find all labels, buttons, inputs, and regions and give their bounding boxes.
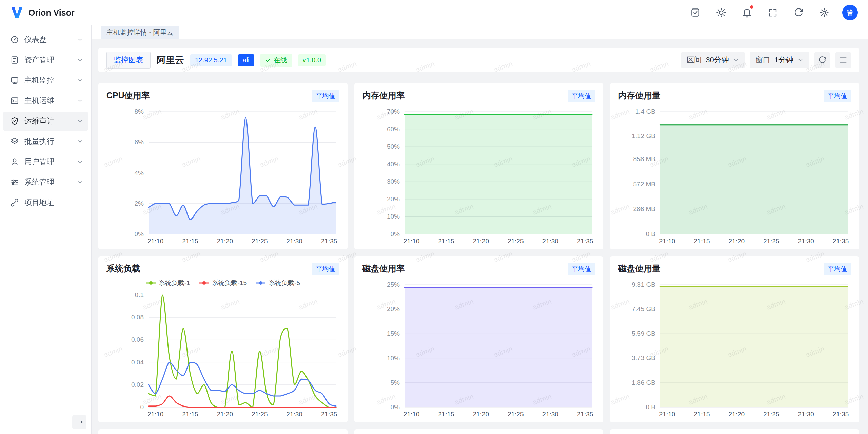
host-toolbar: 监控图表 阿里云 12.92.5.21 ali 在线 v1.0.0 区间 30分… <box>98 48 859 72</box>
sidebar-item-assets[interactable]: 资产管理 <box>3 51 88 70</box>
chart-legend: 系统负载-1系统负载-15系统负载-5 <box>106 278 339 288</box>
monitor-icon <box>10 76 19 85</box>
theme-toggle-button[interactable] <box>713 5 729 20</box>
svg-text:5.59 GB: 5.59 GB <box>632 330 656 337</box>
sidebar-item-label: 批量执行 <box>24 136 77 147</box>
average-tag[interactable]: 平均值 <box>312 90 339 102</box>
svg-text:25%: 25% <box>387 281 400 288</box>
logo-v-icon <box>10 6 24 19</box>
sidebar-item-system-management[interactable]: 系统管理 <box>3 173 88 192</box>
content: 监控图表 阿里云 12.92.5.21 ali 在线 v1.0.0 区间 30分… <box>92 39 868 434</box>
sidebar-item-label: 仪表盘 <box>24 35 77 45</box>
breadcrumb-chip[interactable]: 主机监控详情 - 阿里云 <box>101 26 179 39</box>
chart-title: CPU使用率 <box>106 90 150 101</box>
window-select[interactable]: 窗口 1分钟 <box>750 52 809 68</box>
average-tag[interactable]: 平均值 <box>824 263 851 275</box>
disk-usage-amount-chart[interactable]: 0 B1.86 GB3.73 GB5.59 GB7.45 GB9.31 GB21… <box>618 278 851 418</box>
sidebar-item-dashboard[interactable]: 仪表盘 <box>3 30 88 49</box>
chevron-down-icon <box>77 37 83 43</box>
sidebar-item-user-management[interactable]: 用户管理 <box>3 152 88 171</box>
notification-dot <box>750 5 753 9</box>
memory-usage-amount-chart[interactable]: 0 B286 MB572 MB858 MB1.12 GB1.4 GB21:102… <box>618 105 851 245</box>
svg-text:30%: 30% <box>387 178 400 185</box>
sidebar: 仪表盘 资产管理 主机监控 主机运维 运维审计 批量执行 <box>0 25 92 434</box>
host-name: 阿里云 <box>157 54 184 66</box>
chart-svg: 0%10%20%30%40%50%60%70%21:1021:1521:2021… <box>362 105 595 245</box>
fullscreen-button[interactable] <box>765 5 781 20</box>
monitor-chart-button[interactable]: 监控图表 <box>106 52 151 69</box>
average-tag[interactable]: 平均值 <box>568 90 595 102</box>
svg-text:0.04: 0.04 <box>131 359 144 366</box>
main-area: 主机监控详情 - 阿里云 监控图表 阿里云 12.92.5.21 ali 在线 … <box>92 25 868 434</box>
chevron-down-icon <box>77 138 83 145</box>
svg-text:572 MB: 572 MB <box>633 181 655 188</box>
chart-card-partial <box>98 429 348 434</box>
chart-list-button[interactable] <box>835 52 851 68</box>
shield-icon <box>10 117 19 126</box>
notifications-button[interactable] <box>739 5 755 20</box>
average-tag[interactable]: 平均值 <box>568 263 595 275</box>
sidebar-item-label: 主机运维 <box>24 96 77 106</box>
disk-usage-percent-chart[interactable]: 0%5%10%15%20%25%21:1021:1521:2021:2521:3… <box>362 278 595 418</box>
svg-text:7.45 GB: 7.45 GB <box>632 305 656 313</box>
chevron-down-icon <box>77 118 83 124</box>
online-status-chip: 在线 <box>260 54 292 67</box>
sidebar-item-project-link[interactable]: 项目地址 <box>3 193 88 212</box>
svg-text:21:30: 21:30 <box>798 238 814 245</box>
user-avatar[interactable]: 管 <box>842 5 858 20</box>
interval-select[interactable]: 区间 30分钟 <box>681 52 744 68</box>
svg-text:21:10: 21:10 <box>147 238 164 245</box>
svg-text:21:15: 21:15 <box>182 411 198 418</box>
sidebar-item-host-ops[interactable]: 主机运维 <box>3 91 88 110</box>
sidebar-item-ops-audit[interactable]: 运维审计 <box>3 112 88 131</box>
svg-text:21:25: 21:25 <box>763 238 780 245</box>
svg-text:858 MB: 858 MB <box>633 155 655 163</box>
list-icon <box>839 56 848 64</box>
fullscreen-icon <box>768 7 778 18</box>
legend-marker-icon <box>256 281 266 285</box>
chart-svg: 0%5%10%15%20%25%21:1021:1521:2021:2521:3… <box>362 278 595 418</box>
system-load-chart[interactable]: 00.020.040.060.080.121:1021:1521:2021:25… <box>106 288 339 418</box>
menu-fold-icon <box>75 418 84 427</box>
refresh-charts-button[interactable] <box>814 52 830 68</box>
chevron-down-icon <box>77 77 83 83</box>
chart-card-memory-usage-percent: 内存使用率 平均值 0%10%20%30%40%50%60%70%21:1021… <box>354 83 604 249</box>
legend-item[interactable]: 系统负载-15 <box>199 279 247 287</box>
svg-text:21:10: 21:10 <box>659 238 675 245</box>
chart-card-cpu-usage: CPU使用率 平均值 0%2%4%6%8%21:1021:1521:2021:2… <box>98 83 348 249</box>
settings-button[interactable] <box>816 5 832 20</box>
online-status-label: 在线 <box>274 56 287 65</box>
host-ip-chip: 12.92.5.21 <box>190 54 232 66</box>
chart-title: 磁盘使用量 <box>618 263 660 274</box>
svg-text:3.73 GB: 3.73 GB <box>632 354 656 361</box>
svg-text:21:35: 21:35 <box>321 411 337 418</box>
svg-text:21:35: 21:35 <box>577 238 593 245</box>
version-chip: v1.0.0 <box>298 54 326 66</box>
check-square-button[interactable] <box>688 5 703 20</box>
svg-text:1.4 GB: 1.4 GB <box>635 108 655 115</box>
svg-text:21:30: 21:30 <box>798 411 814 418</box>
refresh-icon <box>818 56 827 64</box>
refresh-page-button[interactable] <box>791 5 806 20</box>
breadcrumb: 主机监控详情 - 阿里云 <box>92 25 868 39</box>
svg-text:1.86 GB: 1.86 GB <box>632 379 656 386</box>
cpu-usage-chart[interactable]: 0%2%4%6%8%21:1021:1521:2021:2521:3021:35 <box>106 105 339 245</box>
charts-grid: CPU使用率 平均值 0%2%4%6%8%21:1021:1521:2021:2… <box>98 83 859 434</box>
legend-marker-icon <box>146 281 156 285</box>
chart-card-disk-usage-percent: 磁盘使用率 平均值 0%5%10%15%20%25%21:1021:1521:2… <box>354 256 604 422</box>
app-title: Orion Visor <box>28 8 75 18</box>
legend-item[interactable]: 系统负载-1 <box>146 279 190 287</box>
svg-text:21:35: 21:35 <box>577 411 593 418</box>
svg-text:21:25: 21:25 <box>508 411 524 418</box>
layers-icon <box>10 137 19 146</box>
legend-item[interactable]: 系统负载-5 <box>256 279 300 287</box>
memory-usage-percent-chart[interactable]: 0%10%20%30%40%50%60%70%21:1021:1521:2021… <box>362 105 595 245</box>
sidebar-collapse-button[interactable] <box>72 415 86 429</box>
sidebar-item-batch-exec[interactable]: 批量执行 <box>3 132 88 151</box>
average-tag[interactable]: 平均值 <box>312 263 339 275</box>
svg-text:1.12 GB: 1.12 GB <box>632 132 656 139</box>
svg-text:21:15: 21:15 <box>694 411 710 418</box>
average-tag[interactable]: 平均值 <box>824 90 851 102</box>
user-icon <box>10 157 19 166</box>
sidebar-item-host-monitor[interactable]: 主机监控 <box>3 71 88 90</box>
